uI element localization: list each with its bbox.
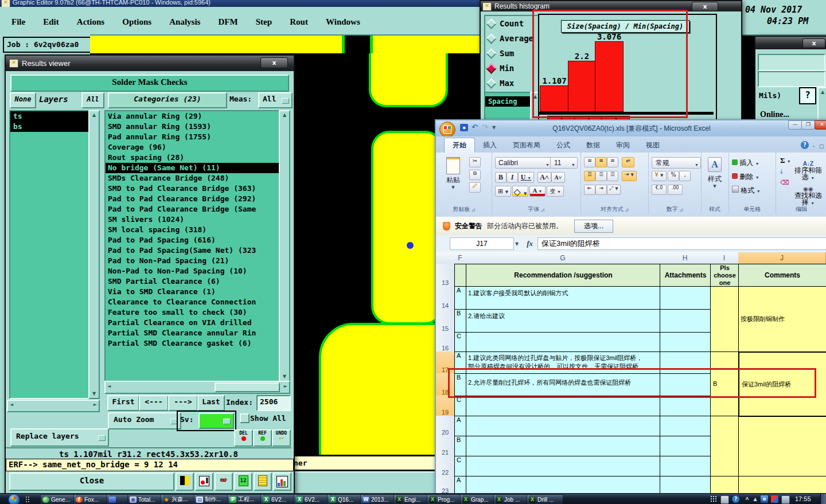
taskbar-item[interactable]: Fox... [73,494,110,504]
align-top-icon[interactable]: ≡ [584,157,595,167]
menu-options[interactable]: Options [122,17,151,26]
taskbar-item[interactable]: 2013... [360,494,397,504]
cell-h16[interactable] [660,332,711,353]
cell-g16[interactable] [466,332,661,353]
column-header-h[interactable]: H [660,252,711,264]
cell-g21[interactable] [466,436,661,457]
display-tool-button[interactable] [195,472,213,491]
tray-grid-icon[interactable] [710,495,718,503]
font-size-dropdown[interactable]: 11▼ [550,157,578,169]
tray-flash-icon[interactable]: e [761,495,768,503]
fill-color-icon[interactable]: ◇ ▼ [512,186,528,197]
cell-g23[interactable] [466,476,661,494]
cell-f13[interactable] [454,264,467,287]
category-item[interactable]: Pad to Pad Spacing (616) [106,235,279,245]
category-item[interactable]: Partial Clearance on VIA drilled [106,318,279,328]
format-cells-button[interactable]: 格式 ▼ [732,186,761,196]
taskbar-item[interactable]: Prog... [427,494,463,504]
menu-edit[interactable]: Edit [43,17,59,26]
italic-icon[interactable]: I [506,172,518,183]
show-hidden-icons[interactable]: ▲ [751,495,759,503]
row-header-22[interactable]: 22 [436,456,455,476]
restore-button[interactable]: ❐ [801,120,815,130]
row-header-20[interactable]: 20 [436,416,455,436]
category-item[interactable]: Partial SMD Clearance gasket (6) [106,338,279,349]
side-window-scrollbar[interactable]: ▲ [817,87,826,122]
copy-icon[interactable]: ⧉ [469,170,481,180]
histogram-close-icon[interactable]: x [692,2,718,11]
menu-actions[interactable]: Actions [77,17,104,26]
cell-g22[interactable] [466,456,661,477]
category-item[interactable]: Rout spacing (28) [106,153,279,163]
stat-sum[interactable]: Sum [488,46,514,61]
category-item[interactable]: Pad to Non-Pad Spacing (21) [106,256,279,266]
category-item-selected[interactable]: No bridge (Same Net) (11) [106,163,279,173]
results-viewer-titlebar[interactable]: ✕ Results viewer x [6,56,294,71]
cell-h21[interactable] [660,436,711,457]
tab-home[interactable]: 开始 [444,138,475,153]
orientation-icon[interactable]: ⤢ ▼ [607,185,621,195]
dialog-launcher-icon[interactable]: ◿ [625,208,628,212]
sv-color-dropdown[interactable] [198,413,234,429]
cut-icon[interactable]: ✂ [469,157,481,167]
accounting-format-icon[interactable]: ¥ ▼ [652,171,667,181]
align-bottom-icon[interactable]: ≡ [607,157,618,167]
taskbar-clock[interactable]: 17:55 [795,495,811,502]
clear-icon[interactable]: ⌫ [780,179,789,186]
minimize-button[interactable]: — [788,120,802,130]
layer-item-bs[interactable]: bs [10,122,88,132]
tray-caret-icon[interactable]: ᐱ [743,495,751,503]
category-item[interactable]: Coverage (96) [106,142,279,153]
close-button[interactable]: Close [9,472,174,491]
stat-min[interactable]: Min [488,61,514,76]
row-header-13[interactable]: 13 [436,264,455,287]
category-item[interactable]: Via annular Ring (29) [106,111,279,122]
taskbar-item[interactable]: 6V2... [260,494,297,504]
column-header-j-selected[interactable]: J [738,252,826,264]
auto-zoom-dropdown[interactable]: Auto Zoom [108,412,181,429]
scroll-thumb[interactable] [215,382,280,392]
index-input[interactable]: 2506 [256,395,291,411]
taskbar-item[interactable]: Engi... [393,494,430,504]
category-item[interactable]: Partial SMD Clearance annular Rin [106,328,279,338]
menu-windows[interactable]: Windows [326,17,360,26]
taskbar-item[interactable]: 6V2... [294,494,330,504]
cell-h20[interactable] [660,416,711,437]
stat-average[interactable]: Average [488,31,533,46]
tray-help-icon[interactable]: ? [732,495,739,503]
online-label[interactable]: Online... [760,110,789,119]
row-header-19-selected[interactable]: 19 [436,396,455,416]
category-item[interactable]: SM local spacing (318) [106,225,279,235]
category-item[interactable]: Non-Pad to Non-Pad Spacing (10) [106,266,279,276]
sort-filter-button[interactable]: A↓Z 排序和筛选 ▼ [792,161,825,182]
histogram-tool-button[interactable] [273,472,291,491]
all-layers-button[interactable]: All [81,92,104,108]
side-window-titlebar[interactable]: x [755,37,826,49]
decrease-indent-icon[interactable]: ⇤ [584,185,595,195]
replace-layers-dropdown[interactable]: Replace layers [10,428,109,447]
cell-g13[interactable]: Recommendation /suggestion [466,264,661,287]
show-all-checkbox[interactable] [240,413,250,423]
menu-dfm[interactable]: DFM [219,17,238,26]
phonetic-icon[interactable]: 变 ▼ [547,186,564,197]
find-select-button[interactable]: ◉◉ 查找和选择 ▼ [792,186,825,207]
name-box-dropdown-icon[interactable]: ▼ [515,241,519,247]
align-right-icon[interactable]: ☰ [607,171,618,181]
border-icon[interactable]: ⊞ ▼ [495,186,511,197]
cell-h19[interactable] [660,396,711,417]
category-item[interactable]: SMDs Clearance Bridge (248) [106,173,279,183]
cell-j13[interactable]: Comments [738,264,826,287]
stat-max[interactable]: Max [488,76,514,91]
cell-j14-16-merged[interactable]: 按极限削铜制作 [741,286,824,351]
taskbar-item[interactable]: Drill ... [527,494,563,504]
row-header-23[interactable]: 23 [436,476,455,494]
ribbon-minimize-icon[interactable]: – [812,143,815,149]
taskbar-item[interactable]: Q16... [327,494,364,504]
none-button[interactable]: None [10,92,36,108]
autosum-icon[interactable]: Σ ▼ [780,156,791,165]
keyboard-icon[interactable] [720,495,729,504]
cell-g19[interactable] [466,396,661,417]
category-item[interactable]: Via to SMD Clearance (1) [106,287,279,297]
tab-page-layout[interactable]: 页面布局 [505,138,548,153]
report-tool-button[interactable] [254,472,272,491]
